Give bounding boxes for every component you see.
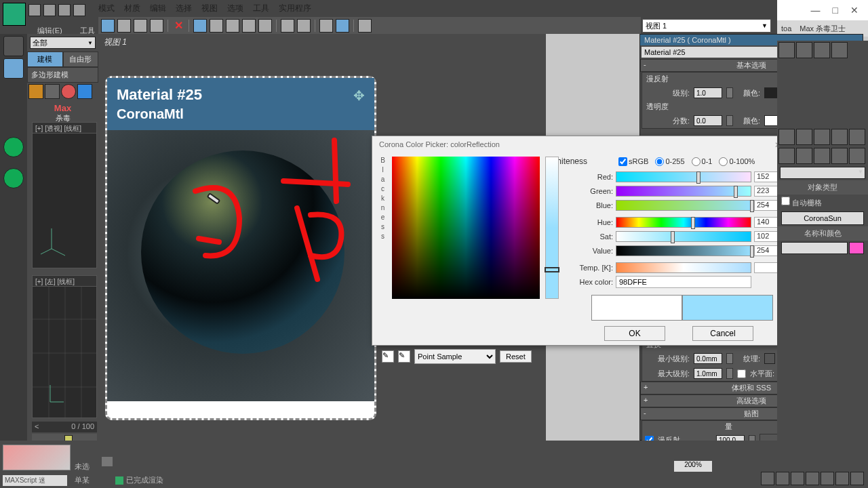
whiteness-slider[interactable]	[545, 157, 559, 299]
app-logo[interactable]	[3, 3, 26, 26]
view-dropdown[interactable]: 视图 1 ▼	[642, 19, 771, 33]
open-icon[interactable]	[43, 4, 56, 16]
pot-icon[interactable]	[814, 42, 830, 58]
hierarchy-tab-icon[interactable]	[814, 129, 830, 145]
timeline-left-arrow[interactable]: <	[35, 422, 39, 430]
max-toggle-icon[interactable]	[850, 472, 864, 485]
menu-material[interactable]: 材质	[124, 3, 140, 16]
menu-view[interactable]: 视图	[201, 3, 218, 16]
sat-slider[interactable]	[616, 231, 751, 242]
menu-options[interactable]: 选项	[227, 3, 243, 16]
fraction-input[interactable]: 0.0	[694, 115, 722, 126]
coronasun-button[interactable]: CoronaSun	[781, 211, 864, 225]
helpers-icon[interactable]	[849, 148, 865, 164]
binoculars-icon[interactable]	[102, 457, 113, 466]
antivirus-icon[interactable]	[3, 168, 24, 188]
blue-slider[interactable]	[616, 200, 751, 211]
frame-icon[interactable]	[258, 19, 272, 33]
expand-icon[interactable]: +	[644, 383, 648, 391]
hue-saturation-field[interactable]	[392, 157, 540, 299]
orbit-icon[interactable]	[835, 472, 849, 485]
material-preview-window[interactable]: Material #25 CoronaMtl ✥	[105, 76, 376, 420]
new-icon[interactable]	[28, 4, 41, 16]
collapse-icon[interactable]: -	[644, 60, 646, 68]
water-plane-checkbox[interactable]	[737, 369, 746, 378]
nav-icon[interactable]	[791, 472, 804, 485]
value-slider[interactable]	[616, 245, 751, 256]
max-spinner[interactable]	[726, 368, 733, 379]
select-tool-icon[interactable]	[101, 19, 115, 33]
hamburger-icon[interactable]	[3, 36, 24, 56]
zoom-icon[interactable]	[821, 472, 834, 485]
range-percent-radio[interactable]: 0-100%	[719, 157, 755, 166]
motion-tab-icon[interactable]	[831, 129, 848, 145]
close-icon[interactable]: ✕	[850, 5, 859, 16]
checker-icon[interactable]	[226, 19, 239, 33]
shapes-icon[interactable]	[796, 148, 812, 164]
play-icon[interactable]	[761, 472, 774, 485]
rotate-icon[interactable]	[150, 19, 163, 33]
category-dropdown[interactable]: ▼	[780, 167, 865, 179]
level-input[interactable]: 1.0	[694, 87, 722, 98]
align-icon[interactable]	[281, 19, 294, 33]
eyedropper-avg-icon[interactable]: ✎	[398, 350, 410, 363]
object-color-swatch[interactable]	[849, 242, 864, 254]
render-icon[interactable]	[358, 19, 372, 33]
teapot-icon[interactable]	[778, 42, 795, 58]
old-color-preview[interactable]	[591, 295, 682, 321]
circle-icon[interactable]	[61, 84, 76, 99]
cup-icon[interactable]	[831, 42, 848, 58]
zoom-value[interactable]: 200%	[674, 461, 712, 472]
new-color-preview[interactable]	[682, 295, 773, 321]
tab-modeling[interactable]: 建模	[27, 52, 63, 67]
view-icon[interactable]	[336, 19, 349, 33]
reset-button[interactable]: Reset	[500, 350, 532, 363]
menu-utilities[interactable]: 实用程序	[279, 3, 311, 16]
save-icon[interactable]	[58, 4, 71, 16]
ok-button[interactable]: OK	[604, 326, 665, 341]
viewport-persp[interactable]	[32, 133, 97, 268]
pan-icon[interactable]	[806, 472, 819, 485]
key-icon[interactable]	[776, 472, 789, 485]
undo-icon[interactable]	[73, 4, 85, 16]
menu-tools[interactable]: 工具	[253, 3, 269, 16]
level-spinner[interactable]	[726, 87, 733, 98]
range-0-255-radio[interactable]: 0-255	[655, 157, 684, 166]
temp-slider[interactable]	[616, 262, 751, 273]
tab-freeform[interactable]: 自由形	[63, 52, 99, 67]
autogrid-checkbox[interactable]	[781, 197, 790, 205]
viewport-left[interactable]	[32, 286, 97, 418]
collapse-icon[interactable]: -	[644, 409, 646, 417]
cameras-icon[interactable]	[831, 148, 848, 164]
cursor-icon[interactable]	[3, 58, 24, 79]
fraction-spinner[interactable]	[726, 115, 733, 126]
render-thumbnail[interactable]	[3, 445, 71, 470]
light-icon[interactable]	[210, 19, 223, 33]
create-tab-icon[interactable]	[778, 129, 795, 145]
brush-icon[interactable]	[117, 19, 131, 33]
minimize-icon[interactable]: —	[811, 5, 821, 16]
box-icon[interactable]	[28, 84, 43, 99]
expand-icon[interactable]: +	[644, 396, 648, 404]
maxscript-input[interactable]: MAXScript 迷	[3, 475, 67, 486]
shield-icon[interactable]	[3, 137, 24, 157]
drop-icon[interactable]	[77, 84, 92, 99]
move-handle-icon[interactable]: ✥	[353, 87, 365, 104]
filter-dropdown[interactable]: 全部 ▼	[30, 37, 96, 49]
object-name-input[interactable]	[781, 242, 848, 254]
grid-icon[interactable]	[193, 19, 207, 33]
kettle-icon[interactable]	[796, 42, 812, 58]
maximize-icon[interactable]: □	[833, 5, 838, 16]
menu-edit[interactable]: 编辑	[150, 3, 166, 16]
cancel-button[interactable]: Cancel	[692, 326, 753, 341]
range-0-1-radio[interactable]: 0-1	[692, 157, 713, 166]
modify-tab-icon[interactable]	[796, 129, 812, 145]
menu-select[interactable]: 选择	[176, 3, 192, 16]
hex-input[interactable]	[616, 276, 751, 288]
display-tab-icon[interactable]	[849, 129, 865, 145]
move-icon[interactable]	[134, 19, 147, 33]
sphere-icon[interactable]	[45, 84, 60, 99]
eyedropper-icon[interactable]: ✎	[382, 350, 394, 363]
max-level-input[interactable]: 1.0mm	[694, 368, 722, 379]
green-slider[interactable]	[616, 186, 751, 197]
